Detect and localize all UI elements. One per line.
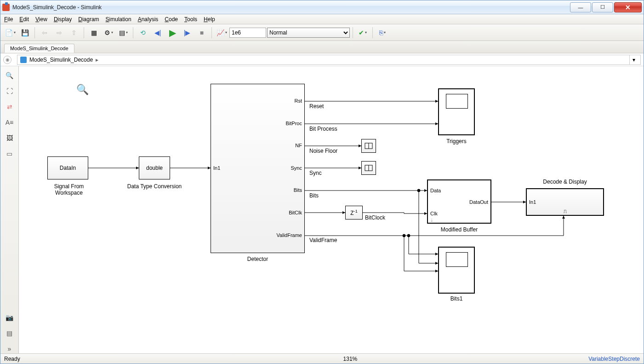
save-button[interactable]: 💾	[18, 26, 32, 39]
menu-file[interactable]: File	[4, 16, 13, 23]
block-delay[interactable]: Z-1	[345, 206, 363, 220]
modbuf-data: Data	[430, 188, 441, 193]
close-button[interactable]: ✕	[614, 2, 642, 12]
main-area: 🔍 ⛶ ⇄ A≡ 🖼 ▭ 📷 ▤ » 🔍	[0, 66, 644, 353]
detector-out-rst: Rst	[295, 98, 302, 104]
annotation-icon[interactable]: A≡	[5, 118, 14, 127]
menu-diagram[interactable]: Diagram	[78, 16, 99, 23]
block-nf-display[interactable]	[361, 139, 376, 153]
model-config-button[interactable]: ⚙	[102, 26, 115, 39]
sig-nf: Noise Floor	[309, 148, 337, 154]
step-back-button[interactable]: ◀|	[151, 26, 165, 39]
block-datain[interactable]: DataIn	[47, 156, 88, 179]
block-triggers-label: Triggers	[438, 138, 475, 144]
sig-bits: Bits	[309, 192, 319, 199]
sig-vf: ValidFrame	[309, 237, 337, 243]
model-tab[interactable]: ModeS_Simulink_Decode	[4, 44, 74, 53]
block-triggers[interactable]	[438, 88, 475, 135]
block-sync-display[interactable]	[361, 161, 376, 175]
new-model-button[interactable]: 📄	[3, 26, 17, 39]
svg-point-11	[417, 189, 420, 192]
block-detector[interactable]: In1 Rst BitProc NF Sync Bits BitClk Vali…	[211, 84, 305, 253]
block-bits1-label: Bits1	[438, 295, 475, 302]
toolbar: 📄 💾 ⇦ ⇨ ⇧ ▦ ⚙ ▤ ⟲ ◀| ▶ |▶ ■ 📈 Normal ✔ ⎘	[0, 24, 644, 41]
block-dtc-text: double	[146, 165, 163, 171]
annotation2-icon[interactable]: ▤	[5, 329, 14, 338]
menubar: File Edit View Display Diagram Simulatio…	[0, 14, 644, 24]
svg-point-9	[403, 234, 405, 237]
status-zoom: 131%	[112, 356, 588, 362]
statusbar: Ready 131% VariableStepDiscrete	[0, 353, 644, 364]
detector-out-nf: NF	[295, 143, 302, 148]
area-icon[interactable]: ▭	[5, 149, 14, 158]
breadcrumb[interactable]: ModeS_Simulink_Decode ▾	[17, 55, 641, 65]
expand-icon[interactable]: »	[5, 344, 14, 353]
block-delay-text: Z-1	[350, 209, 357, 216]
window-title: ModeS_Simulink_Decode - Simulink	[12, 4, 569, 11]
sample-time-icon[interactable]: ⇄	[5, 102, 14, 111]
sig-reset: Reset	[309, 103, 324, 110]
sig-bitproc: Bit Process	[309, 126, 337, 132]
forward-button[interactable]: ⇨	[52, 26, 66, 39]
block-dtc[interactable]: double	[139, 156, 170, 179]
menu-display[interactable]: Display	[54, 16, 72, 23]
stop-time-input[interactable]	[229, 28, 266, 38]
model-icon	[20, 57, 27, 63]
detector-out-bits: Bits	[294, 187, 302, 193]
trigger-icon: ⎍	[564, 208, 567, 214]
block-datain-text: DataIn	[60, 165, 76, 171]
menu-analysis[interactable]: Analysis	[138, 16, 159, 23]
maximize-button[interactable]: ☐	[592, 2, 613, 12]
menu-edit[interactable]: Edit	[19, 16, 29, 23]
library-browser-button[interactable]: ▦	[87, 26, 101, 39]
simulation-mode-select[interactable]: Normal	[267, 28, 350, 38]
menu-tools[interactable]: Tools	[184, 16, 197, 23]
hide-browser-button[interactable]: ◉	[3, 56, 11, 64]
detector-out-bitclk: BitClk	[289, 210, 302, 215]
sim-data-inspector-button[interactable]: 📈	[215, 26, 228, 39]
fast-restart-button[interactable]: ⟲	[136, 26, 150, 39]
detector-in1: In1	[213, 165, 220, 171]
menu-code[interactable]: Code	[165, 16, 178, 23]
detector-out-sync: Sync	[291, 165, 302, 171]
breadcrumb-dropdown[interactable]: ▾	[629, 55, 638, 64]
titlebar: ModeS_Simulink_Decode - Simulink — ☐ ✕	[0, 0, 644, 14]
tab-row: ModeS_Simulink_Decode	[0, 41, 644, 53]
block-decode[interactable]: In1 ⎍	[526, 188, 604, 216]
status-left: Ready	[4, 356, 20, 362]
simulink-window: ModeS_Simulink_Decode - Simulink — ☐ ✕ F…	[0, 0, 644, 364]
modbuf-clk: Clk	[430, 211, 438, 216]
svg-point-10	[407, 234, 410, 237]
modbuf-out: DataOut	[469, 199, 488, 205]
step-forward-button[interactable]: |▶	[180, 26, 194, 39]
magnifier-cursor-icon: 🔍	[76, 84, 89, 96]
menu-simulation[interactable]: Simulation	[106, 16, 131, 23]
block-decode-label: Decode & Display	[526, 179, 604, 185]
model-advisor-button[interactable]: ✔	[356, 26, 370, 39]
breadcrumb-row: ◉ ModeS_Simulink_Decode ▾	[0, 53, 644, 66]
sig-bitclk: BitClock	[365, 214, 385, 221]
block-detector-label: Detector	[211, 256, 305, 262]
stop-button[interactable]: ■	[195, 26, 209, 39]
model-explorer-button[interactable]: ▤	[116, 26, 130, 39]
image-icon[interactable]: 🖼	[5, 133, 14, 143]
detector-out-vf: ValidFrame	[277, 232, 302, 238]
up-button[interactable]: ⇧	[67, 26, 81, 39]
menu-help[interactable]: Help	[204, 16, 215, 23]
block-modbuf[interactable]: Data Clk DataOut ⇣	[427, 179, 491, 224]
canvas[interactable]: 🔍	[19, 66, 644, 353]
simulink-icon	[2, 4, 10, 11]
breadcrumb-text[interactable]: ModeS_Simulink_Decode	[29, 57, 98, 63]
build-button[interactable]: ⎘	[376, 26, 389, 39]
screenshot-icon[interactable]: 📷	[5, 313, 14, 322]
status-solver: VariableStepDiscrete	[588, 356, 640, 362]
back-button[interactable]: ⇦	[38, 26, 51, 39]
fit-view-icon[interactable]: ⛶	[5, 87, 14, 96]
block-bits1[interactable]	[438, 247, 475, 294]
zoom-in-icon[interactable]: 🔍	[5, 71, 14, 80]
sig-sync: Sync	[309, 170, 322, 176]
minimize-button[interactable]: —	[570, 2, 591, 12]
detector-out-bitproc: BitProc	[286, 121, 302, 126]
menu-view[interactable]: View	[35, 16, 47, 23]
run-button[interactable]: ▶	[165, 26, 179, 39]
